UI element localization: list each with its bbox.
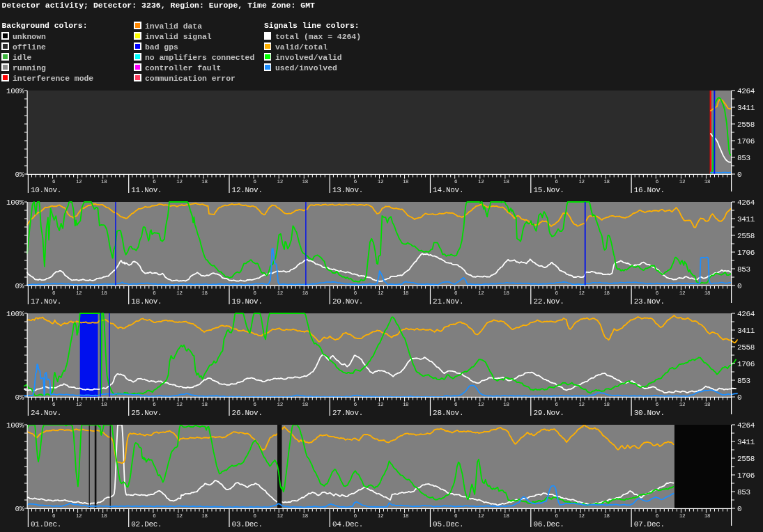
svg-text:0%: 0% [15,393,24,402]
svg-text:14.Nov.: 14.Nov. [433,186,463,194]
svg-text:10.Nov.: 10.Nov. [31,186,61,194]
svg-text:18: 18 [704,402,710,407]
svg-text:18: 18 [603,179,609,185]
svg-text:unknown: unknown [13,33,46,41]
svg-text:19.Nov.: 19.Nov. [232,297,263,306]
svg-text:4264: 4264 [737,310,755,318]
svg-text:3411: 3411 [737,215,755,224]
svg-text:12: 12 [578,290,584,296]
svg-text:12: 12 [76,402,82,407]
svg-text:4264: 4264 [737,87,755,95]
svg-text:12: 12 [277,513,282,519]
svg-text:invalid signal: invalid signal [145,33,212,41]
svg-text:Detector activity; Detector: 3: Detector activity; Detector: 3236, Regio… [2,1,316,10]
svg-text:bad gps: bad gps [145,43,178,52]
svg-text:12: 12 [679,290,685,296]
svg-text:22.Nov.: 22.Nov. [533,297,564,306]
svg-text:12: 12 [176,290,182,296]
svg-text:2558: 2558 [737,232,755,240]
svg-text:18: 18 [704,179,710,185]
svg-text:no amplifiers connected: no amplifiers connected [145,54,254,62]
svg-text:100%: 100% [6,87,24,95]
svg-text:12: 12 [578,402,584,407]
svg-text:18: 18 [101,290,107,296]
svg-text:idle: idle [13,54,32,62]
svg-text:18: 18 [603,402,609,407]
svg-text:100%: 100% [6,198,24,207]
svg-text:18: 18 [603,513,609,519]
svg-text:15.Nov.: 15.Nov. [533,186,564,194]
svg-text:07.Dec.: 07.Dec. [634,520,665,529]
svg-text:running: running [13,64,46,72]
svg-text:28.Nov.: 28.Nov. [433,409,463,417]
svg-text:2558: 2558 [737,120,755,129]
svg-text:26.Nov.: 26.Nov. [232,409,263,417]
svg-text:0%: 0% [15,505,24,513]
svg-text:18: 18 [704,290,710,296]
svg-text:12.Nov.: 12.Nov. [232,186,263,194]
svg-text:12: 12 [578,179,584,185]
svg-text:06.Dec.: 06.Dec. [533,520,564,529]
svg-text:11.Nov.: 11.Nov. [131,186,162,194]
svg-text:25.Nov.: 25.Nov. [131,409,162,417]
svg-text:18: 18 [302,179,308,185]
svg-text:0: 0 [737,282,741,290]
svg-text:18: 18 [101,179,107,185]
svg-text:23.Nov.: 23.Nov. [634,297,665,306]
svg-text:used/involved: used/involved [275,64,337,72]
svg-text:17.Nov.: 17.Nov. [31,297,61,306]
svg-text:0: 0 [737,171,741,179]
svg-text:01.Dec.: 01.Dec. [31,520,61,529]
svg-text:05.Dec.: 05.Dec. [433,520,463,529]
svg-text:0%: 0% [15,282,24,290]
svg-text:3411: 3411 [737,327,755,335]
svg-text:12: 12 [679,179,685,185]
svg-text:3411: 3411 [737,104,755,112]
svg-text:20.Nov.: 20.Nov. [332,297,363,306]
svg-text:12: 12 [76,513,82,519]
svg-text:18: 18 [403,179,408,185]
svg-text:communication error: communication error [145,75,236,83]
svg-text:853: 853 [737,154,750,162]
svg-text:12: 12 [176,513,182,519]
svg-text:12: 12 [679,513,685,519]
svg-text:18: 18 [201,179,207,185]
svg-text:0: 0 [737,393,741,402]
svg-text:12: 12 [478,513,484,519]
svg-text:1706: 1706 [737,137,755,146]
svg-text:0%: 0% [15,171,24,179]
svg-text:Background colors:: Background colors: [2,22,88,30]
svg-text:12: 12 [378,179,383,185]
svg-text:invalid data: invalid data [145,22,202,31]
svg-text:18: 18 [503,513,509,519]
svg-text:18: 18 [302,290,308,296]
svg-text:18: 18 [503,402,509,407]
svg-text:Signals line colors:: Signals line colors: [264,22,360,30]
svg-text:29.Nov.: 29.Nov. [533,409,564,417]
svg-text:18: 18 [704,513,710,519]
svg-text:18: 18 [101,513,107,519]
svg-text:valid/total: valid/total [275,43,327,52]
svg-text:18: 18 [503,290,509,296]
svg-text:18: 18 [201,290,207,296]
svg-text:21.Nov.: 21.Nov. [433,297,463,306]
svg-text:853: 853 [737,265,750,274]
svg-text:18: 18 [101,402,107,407]
svg-text:100%: 100% [6,421,24,430]
svg-text:2558: 2558 [737,455,755,463]
svg-text:02.Dec.: 02.Dec. [131,520,162,529]
svg-text:12: 12 [76,179,82,185]
svg-text:1706: 1706 [737,249,755,257]
svg-text:18: 18 [503,179,509,185]
svg-text:18: 18 [302,513,308,519]
svg-text:853: 853 [737,488,750,496]
svg-text:12: 12 [378,290,383,296]
svg-text:18: 18 [403,513,408,519]
svg-text:12: 12 [76,290,82,296]
svg-text:12: 12 [378,513,383,519]
svg-text:1706: 1706 [737,360,755,368]
svg-text:853: 853 [737,377,750,385]
svg-text:12: 12 [176,179,182,185]
svg-text:18: 18 [603,290,609,296]
svg-text:18: 18 [403,402,408,407]
